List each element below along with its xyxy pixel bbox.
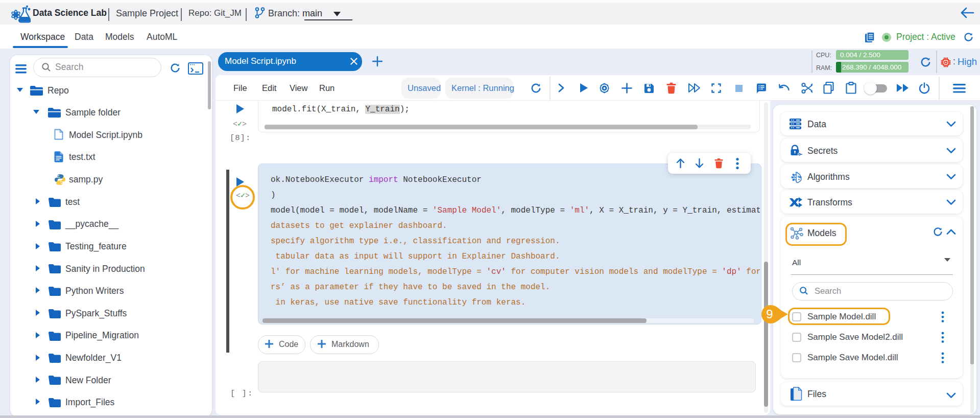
svg-text:9: 9: [766, 307, 773, 321]
